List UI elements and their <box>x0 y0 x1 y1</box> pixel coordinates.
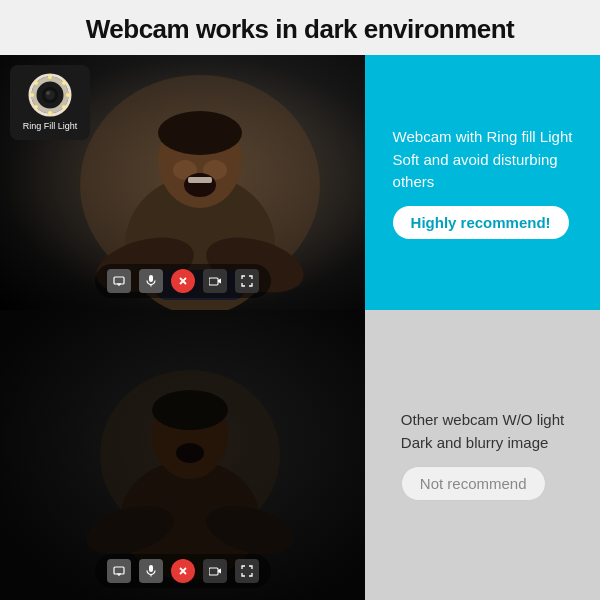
svg-point-17 <box>62 81 66 85</box>
expand-btn-bottom[interactable] <box>235 559 259 583</box>
svg-rect-24 <box>114 277 124 284</box>
ring-icon <box>28 73 72 117</box>
not-recommend-button[interactable]: Not recommend <box>401 466 546 501</box>
svg-point-14 <box>45 90 55 100</box>
header: Webcam works in dark environment <box>0 0 600 55</box>
svg-point-19 <box>62 105 66 109</box>
camera-btn-top[interactable] <box>203 269 227 293</box>
svg-point-22 <box>30 93 34 97</box>
recommend-button[interactable]: Highly recommend! <box>393 206 569 239</box>
screen-share-btn[interactable] <box>107 269 131 293</box>
svg-rect-39 <box>114 567 124 574</box>
svg-rect-42 <box>149 565 153 572</box>
bottom-image-panel <box>0 310 365 600</box>
close-btn-bottom[interactable] <box>171 559 195 583</box>
svg-point-23 <box>34 81 38 85</box>
ring-fill-label: Ring Fill Light <box>23 121 78 132</box>
svg-point-21 <box>34 105 38 109</box>
top-info-text: Webcam with Ring fill Light Soft and avo… <box>393 126 573 194</box>
svg-point-35 <box>152 390 228 430</box>
svg-rect-27 <box>149 275 153 282</box>
bottom-toolbar <box>95 554 271 588</box>
top-info-content: Webcam with Ring fill Light Soft and avo… <box>393 126 573 239</box>
mic-btn[interactable] <box>139 269 163 293</box>
svg-point-15 <box>46 91 50 95</box>
expand-btn-top[interactable] <box>235 269 259 293</box>
screen-share-btn-bottom[interactable] <box>107 559 131 583</box>
content-area: Ring Fill Light <box>0 55 600 600</box>
bottom-info-content: Other webcam W/O light Dark and blurry i… <box>401 409 564 501</box>
top-info-panel: Webcam with Ring fill Light Soft and avo… <box>365 55 600 310</box>
top-image-bg: Ring Fill Light <box>0 55 365 310</box>
svg-point-16 <box>48 75 52 79</box>
mic-btn-bottom[interactable] <box>139 559 163 583</box>
page: Webcam works in dark environment <box>0 0 600 600</box>
top-image-panel: Ring Fill Light <box>0 55 365 310</box>
svg-point-36 <box>176 443 204 463</box>
close-btn[interactable] <box>171 269 195 293</box>
svg-point-18 <box>66 93 70 97</box>
ring-fill-badge: Ring Fill Light <box>10 65 90 140</box>
bottom-info-panel: Other webcam W/O light Dark and blurry i… <box>365 310 600 600</box>
svg-point-20 <box>48 111 52 115</box>
svg-point-6 <box>184 173 216 197</box>
top-toolbar <box>95 264 271 298</box>
top-row: Ring Fill Light <box>0 55 600 310</box>
bottom-info-text: Other webcam W/O light Dark and blurry i… <box>401 409 564 454</box>
camera-btn-bottom[interactable] <box>203 559 227 583</box>
svg-point-3 <box>158 111 242 155</box>
bottom-row: Other webcam W/O light Dark and blurry i… <box>0 310 600 600</box>
page-title: Webcam works in dark environment <box>20 14 580 45</box>
svg-rect-7 <box>188 177 212 183</box>
bottom-image-bg <box>0 310 365 600</box>
